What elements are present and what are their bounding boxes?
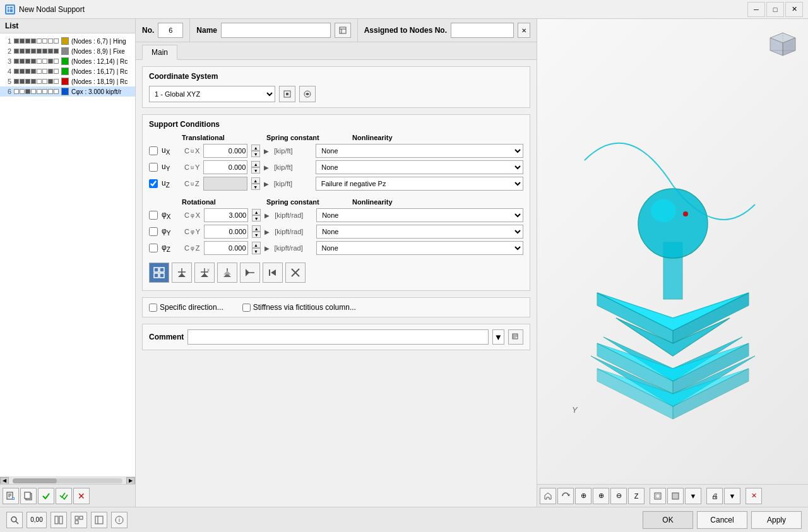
assigned-clear-button[interactable]: ✕ xyxy=(518,23,530,38)
scroll-right-btn[interactable]: ▶ xyxy=(126,477,135,485)
view-zoomout-btn[interactable]: ⊖ xyxy=(610,488,627,504)
list-item[interactable]: 6 Cφx : 3.000 kipft/r xyxy=(0,86,135,97)
specific-direction-option[interactable]: Specific direction... xyxy=(149,303,223,312)
view-zoomz-btn[interactable]: Z xyxy=(628,488,645,504)
checkbox-uz[interactable] xyxy=(149,179,158,188)
minimize-button[interactable]: ─ xyxy=(747,2,765,17)
ok-button[interactable]: OK xyxy=(643,511,693,529)
nonlinearity-select-phix[interactable]: None xyxy=(316,208,523,222)
view-frame-btn[interactable] xyxy=(650,488,666,504)
spin-up-phiz[interactable]: ▲ xyxy=(252,242,261,248)
apply-button[interactable]: Apply xyxy=(751,511,802,529)
view-rotate-btn[interactable] xyxy=(557,488,574,504)
list-item[interactable]: 1 (Nodes : 6,7) | Hing xyxy=(0,36,135,46)
name-edit-button[interactable] xyxy=(335,23,351,38)
svg-point-57 xyxy=(683,211,688,216)
svg-rect-10 xyxy=(25,492,30,499)
checkbox-phiy[interactable] xyxy=(149,227,158,236)
list-scrollbar[interactable]: ◀ ▶ xyxy=(0,476,135,484)
pin-x-btn[interactable] xyxy=(172,263,192,283)
stiffness-checkbox[interactable] xyxy=(242,304,251,312)
list-header: List xyxy=(0,19,135,33)
status-coord-btn[interactable]: 0,00 xyxy=(27,512,47,528)
list-item[interactable]: 3 (Nodes : 12,14) | Rc xyxy=(0,56,135,66)
spin-down-phiz[interactable]: ▼ xyxy=(252,248,261,254)
nonlinearity-select-ux[interactable]: None xyxy=(316,144,523,158)
spring-input-phiz[interactable] xyxy=(204,241,248,255)
spring-input-uy[interactable] xyxy=(203,160,247,174)
nonlinearity-select-uy[interactable]: None xyxy=(316,160,523,174)
view-print-dropdown-btn[interactable]: ▼ xyxy=(724,488,740,504)
spin-up-uy[interactable]: ▲ xyxy=(251,161,260,167)
grid-icon-btn[interactable] xyxy=(149,263,169,283)
view-move-btn[interactable]: ⊕ xyxy=(575,488,591,504)
status-info-btn[interactable]: i xyxy=(111,512,128,528)
comment-dropdown-btn[interactable]: ▼ xyxy=(492,329,504,345)
stiffness-option[interactable]: Stiffness via fictitious column... xyxy=(242,303,356,312)
pin-y-btn[interactable]: X xyxy=(194,263,215,283)
coord-btn-1[interactable] xyxy=(279,86,295,102)
spring-input-ux[interactable] xyxy=(203,144,247,158)
list-item[interactable]: 5 (Nodes : 18,19) | Rc xyxy=(0,76,135,86)
scroll-left-btn[interactable]: ◀ xyxy=(0,477,9,485)
status-view2-btn[interactable] xyxy=(71,512,87,528)
spin-up-uz[interactable]: ▲ xyxy=(251,177,260,184)
view-dropdown-btn[interactable]: ▼ xyxy=(685,488,701,504)
view-home-btn[interactable] xyxy=(540,488,556,504)
view-settings-btn[interactable]: ✕ xyxy=(746,488,762,504)
checkbox-ux[interactable] xyxy=(149,146,158,155)
support-row-phiz: φZ CφZ ▲▼ ▶ [kipft/rad] None xyxy=(149,241,523,255)
comment-edit-btn[interactable] xyxy=(508,329,523,345)
nonlinearity-select-phiz[interactable]: None xyxy=(316,241,523,255)
spin-up-phix[interactable]: ▲ xyxy=(252,209,261,215)
view-zoomin-btn[interactable]: ⊕ xyxy=(593,488,609,504)
coordinate-select[interactable]: 1 - Global XYZ xyxy=(149,86,275,102)
specific-direction-checkbox[interactable] xyxy=(149,304,157,312)
clear-btn[interactable] xyxy=(285,263,306,283)
spin-up-phiy[interactable]: ▲ xyxy=(252,225,261,232)
status-view1-btn[interactable] xyxy=(50,512,67,528)
view-print-btn[interactable]: 🖨 xyxy=(706,488,723,504)
tab-main[interactable]: Main xyxy=(142,45,177,60)
cancel-button[interactable]: Cancel xyxy=(697,511,747,529)
arrow-left-btn[interactable] xyxy=(263,263,283,283)
checkbox-uy[interactable] xyxy=(149,163,158,172)
coord-btn-2[interactable] xyxy=(299,86,316,102)
spring-input-phix[interactable] xyxy=(204,208,248,222)
no-label: No. xyxy=(142,26,154,35)
check-all-button[interactable] xyxy=(56,488,72,504)
view-render-btn[interactable] xyxy=(667,488,684,504)
checkbox-phix[interactable] xyxy=(149,211,158,220)
check-button[interactable] xyxy=(38,488,54,504)
spin-down-phix[interactable]: ▼ xyxy=(252,215,261,222)
no-input[interactable] xyxy=(158,23,183,38)
spin-down-phiy[interactable]: ▼ xyxy=(252,232,261,238)
spring-input-uz[interactable] xyxy=(203,177,247,191)
list-item[interactable]: 2 (Nodes : 8,9) | Fixe xyxy=(0,46,135,56)
spin-down-uy[interactable]: ▼ xyxy=(251,167,260,174)
copy-button[interactable] xyxy=(20,488,37,504)
pin-xy-btn[interactable] xyxy=(217,263,237,283)
nonlinearity-select-uz[interactable]: Failure if negative PzNone xyxy=(316,177,523,191)
status-search-btn[interactable] xyxy=(6,512,23,528)
close-button[interactable]: ✕ xyxy=(785,2,803,17)
delete-button[interactable]: ✕ xyxy=(73,488,90,504)
nonlinearity-select-phiy[interactable]: None xyxy=(316,225,523,239)
pin-z-btn[interactable] xyxy=(240,263,260,283)
status-panel-btn[interactable] xyxy=(91,512,107,528)
list-item[interactable]: 4 (Nodes : 16,17) | Rc xyxy=(0,66,135,76)
maximize-button[interactable]: □ xyxy=(766,2,784,17)
checkbox-phiz[interactable] xyxy=(149,244,158,252)
assigned-input[interactable] xyxy=(451,23,514,38)
cube-icon[interactable] xyxy=(764,25,802,65)
spin-up-ux[interactable]: ▲ xyxy=(251,145,260,151)
new-button[interactable] xyxy=(3,488,19,504)
support-row-phix: φX CφX ▲▼ ▶ [kipft/rad] None xyxy=(149,208,523,222)
spin-down-uz[interactable]: ▼ xyxy=(251,184,260,190)
name-input[interactable] xyxy=(221,23,331,38)
spin-down-ux[interactable]: ▼ xyxy=(251,151,260,157)
svg-point-62 xyxy=(11,517,16,522)
comment-input[interactable] xyxy=(187,329,488,345)
spring-input-phiy[interactable] xyxy=(204,225,248,239)
translational-header: Translational xyxy=(149,134,263,141)
